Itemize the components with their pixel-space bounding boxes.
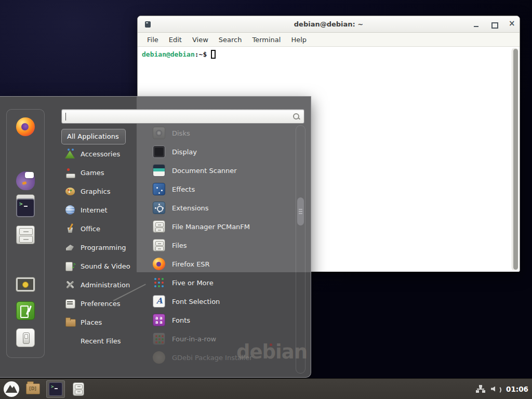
system-tray: 01:06	[476, 385, 532, 393]
shell-prompt: debian@debian:~$	[138, 47, 520, 59]
terminal-scrollbar[interactable]	[512, 48, 518, 271]
menu-search-input[interactable]	[67, 111, 285, 122]
application-menu: All Applications Accessories Games Graph…	[0, 96, 311, 378]
category-graphics[interactable]: Graphics	[60, 182, 138, 201]
app-item-fonts[interactable]: Fonts	[146, 311, 291, 329]
clock[interactable]: 01:06	[506, 385, 528, 393]
favorite-pidgin-icon[interactable]	[16, 171, 35, 190]
taskbar-file-manager-launcher[interactable]	[23, 380, 42, 398]
preferences-icon	[64, 298, 76, 309]
category-internet[interactable]: Internet	[60, 201, 138, 219]
app-item-extensions[interactable]: Extensions	[146, 198, 291, 217]
network-icon[interactable]	[476, 385, 485, 393]
lock-screen-icon[interactable]	[16, 277, 35, 291]
category-games[interactable]: Games	[60, 163, 138, 182]
effects-icon	[153, 183, 165, 195]
application-list: Disks Display Document Scanner Effects E…	[146, 124, 291, 367]
favorite-terminal-icon[interactable]	[16, 198, 35, 217]
app-item-firefox-esr[interactable]: Firefox ESR	[146, 255, 291, 273]
games-icon	[64, 167, 76, 178]
app-item-disks[interactable]: Disks	[146, 124, 291, 142]
minimize-button[interactable]	[470, 16, 482, 32]
app-item-display[interactable]: Display	[146, 142, 291, 161]
firefox-icon	[153, 258, 165, 270]
internet-globe-icon	[64, 204, 76, 216]
category-places[interactable]: Places	[60, 313, 138, 331]
file-manager-folder-icon	[26, 383, 40, 394]
category-list: Accessories Games Graphics Internet Offi…	[60, 144, 138, 350]
menu-item-help[interactable]: Help	[286, 34, 312, 45]
prompt-user-host: debian@debian	[142, 50, 195, 58]
menu-item-search[interactable]: Search	[214, 34, 247, 45]
terminal-titlebar[interactable]: debian@debian: ~	[138, 16, 520, 33]
category-office[interactable]: Office	[60, 219, 138, 238]
app-item-five-or-more[interactable]: Five or More	[146, 273, 291, 292]
menu-scrollbar[interactable]	[296, 125, 305, 374]
font-selection-icon	[153, 295, 165, 308]
desktop[interactable]: debian@debian: ~ File Edit View Search T…	[0, 0, 532, 399]
category-accessories[interactable]: Accessories	[60, 144, 138, 163]
app-item-font-selection[interactable]: Font Selection	[146, 292, 291, 311]
five-or-more-icon	[153, 276, 165, 289]
search-icon	[293, 113, 300, 120]
category-sound-video[interactable]: Sound & Video	[60, 257, 138, 275]
menu-item-edit[interactable]: Edit	[164, 34, 187, 45]
taskbar-terminal-window-button[interactable]	[46, 380, 65, 398]
menu-item-terminal[interactable]: Terminal	[247, 34, 286, 45]
terminal-icon	[49, 382, 62, 396]
menu-item-file[interactable]: File	[142, 34, 164, 45]
four-in-a-row-icon	[153, 332, 165, 345]
app-item-file-manager-pcmanfm[interactable]: File Manager PCManFM	[146, 217, 291, 236]
file-manager-cabinet-icon	[153, 220, 165, 233]
places-folder-icon	[64, 316, 76, 328]
terminal-cursor	[211, 50, 216, 59]
app-item-files[interactable]: Files	[146, 236, 291, 255]
shut-down-icon[interactable]	[16, 328, 35, 347]
menu-button[interactable]	[4, 381, 19, 397]
administration-icon	[64, 279, 76, 290]
document-scanner-icon	[153, 164, 165, 177]
app-item-document-scanner[interactable]: Document Scanner	[146, 161, 291, 180]
taskbar: 01:06	[0, 378, 532, 399]
sound-video-icon	[64, 260, 76, 272]
accessories-icon	[64, 148, 76, 159]
menu-scrollbar-thumb[interactable]	[297, 197, 304, 225]
menu-item-view[interactable]: View	[187, 34, 214, 45]
display-icon	[153, 145, 165, 158]
app-item-gdebi-package-installer[interactable]: GDebi Package Installer	[146, 348, 291, 367]
menu-search[interactable]	[61, 109, 304, 124]
category-programming[interactable]: Programming	[60, 238, 138, 257]
volume-icon[interactable]	[491, 385, 500, 393]
window-title: debian@debian: ~	[138, 20, 520, 28]
graphics-icon	[64, 185, 76, 197]
app-item-four-in-a-row[interactable]: Four-in-a-row	[146, 329, 291, 348]
all-applications-button[interactable]: All Applications	[61, 129, 126, 144]
recent-files-spacer	[64, 335, 76, 347]
favorite-firefox-icon[interactable]	[16, 117, 35, 136]
category-administration[interactable]: Administration	[60, 275, 138, 294]
terminal-scrollbar-thumb[interactable]	[513, 49, 518, 270]
disks-icon	[153, 127, 165, 139]
fonts-icon	[153, 314, 165, 326]
favorite-files-icon[interactable]	[16, 225, 35, 244]
office-icon	[64, 223, 76, 234]
prompt-suffix: :~$	[195, 50, 207, 58]
terminal-menubar: File Edit View Search Terminal Help	[138, 33, 520, 47]
close-button[interactable]	[506, 16, 517, 32]
category-recent-files[interactable]: Recent Files	[60, 331, 138, 350]
programming-icon	[64, 242, 76, 253]
search-caret	[65, 113, 66, 121]
taskbar-files-launcher[interactable]	[69, 380, 88, 398]
app-item-effects[interactable]: Effects	[146, 180, 291, 198]
maximize-button[interactable]	[488, 16, 499, 32]
files-cabinet-icon	[73, 382, 84, 396]
files-cabinet-icon	[153, 239, 165, 251]
gdebi-icon	[153, 351, 165, 364]
extensions-gear-icon	[153, 202, 165, 214]
log-out-icon[interactable]	[16, 301, 35, 320]
category-preferences[interactable]: Preferences	[60, 294, 138, 313]
